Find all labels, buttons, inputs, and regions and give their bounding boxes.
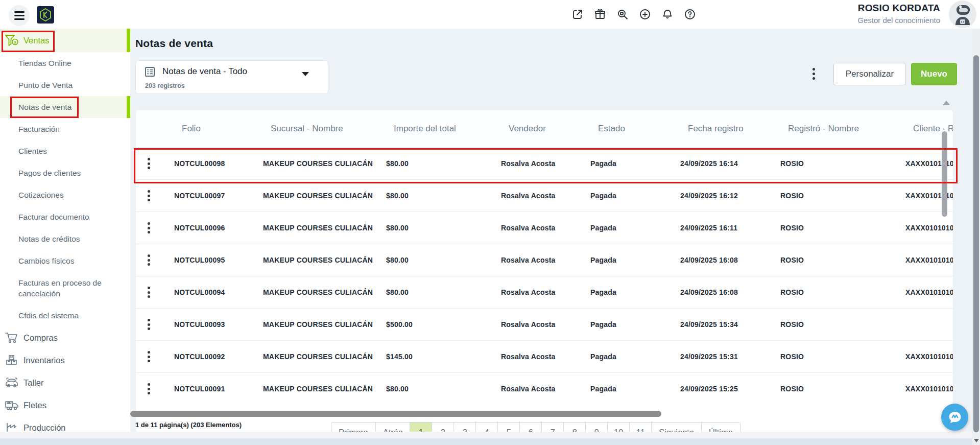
sidebar-item-cfdis-del-sistema[interactable]: Cfdis del sistema (0, 305, 130, 326)
column-header-folio[interactable]: Folio (174, 124, 263, 134)
column-header-importe-del-total[interactable]: Importe del total (386, 124, 501, 134)
cell-folio: NOTCUL00098 (174, 159, 263, 168)
sidebar-item-pagos-de-clientes[interactable]: Pagos de clientes (0, 162, 130, 184)
cell-estado: Pagada (590, 288, 680, 296)
page-scrollbar-thumb[interactable] (973, 55, 979, 432)
notifications-icon (661, 8, 674, 20)
sidebar-item-fletes[interactable]: Fletes (0, 394, 130, 416)
column-header-estado[interactable]: Estado (590, 124, 680, 134)
notifications-button[interactable] (661, 8, 674, 21)
external-link-button[interactable] (571, 8, 584, 21)
row-kebab-menu-icon[interactable] (142, 287, 155, 298)
add-icon (639, 8, 651, 20)
sidebar-item-facturacion[interactable]: Facturación (0, 118, 130, 140)
row-kebab-menu-icon[interactable] (142, 254, 155, 266)
table-row-notcul00094[interactable]: NOTCUL00094MAKEUP COURSES CULIACÁN$80.00… (136, 276, 953, 308)
sidebar-item-cotizaciones[interactable]: Cotizaciones (0, 184, 130, 206)
sidebar-item-clientes[interactable]: Clientes (0, 140, 130, 162)
sidebar-item-label: Tiendas Online (18, 58, 71, 68)
cell-estado: Pagada (590, 320, 680, 329)
sidebar-item-tiendas-online[interactable]: Tiendas Online (0, 52, 130, 74)
help-button[interactable] (683, 8, 697, 21)
add-button[interactable] (638, 8, 652, 21)
cell-estado: Pagada (590, 353, 680, 361)
cell-sucursal: MAKEUP COURSES CULIACÁN (263, 192, 386, 200)
top-bar: ROSIO KORDATA Gestor del conocimiento (0, 0, 980, 29)
row-kebab-menu-icon[interactable] (142, 383, 155, 394)
cell-registro: ROSIO (780, 353, 905, 361)
row-kebab-menu-icon[interactable] (142, 351, 155, 362)
sidebar-item-cambios-fisicos[interactable]: Cambios físicos (0, 250, 130, 272)
cell-registro: ROSIO (780, 320, 905, 329)
search-icon (616, 8, 629, 20)
cell-sucursal: MAKEUP COURSES CULIACÁN (263, 320, 386, 329)
sidebar-item-produccion[interactable]: Producción (0, 416, 130, 432)
factory-icon (4, 421, 19, 432)
user-info[interactable]: ROSIO KORDATA Gestor del conocimiento (857, 3, 940, 25)
column-header-fecha-registro[interactable]: Fecha registro (680, 124, 780, 134)
table-row-notcul00096[interactable]: NOTCUL00096MAKEUP COURSES CULIACÁN$80.00… (136, 212, 953, 244)
avatar[interactable] (949, 1, 976, 28)
sidebar-item-notas-de-creditos[interactable]: Notas de créditos (0, 228, 130, 250)
sidebar-item-taller[interactable]: Taller (0, 371, 130, 394)
sidebar-item-label: Facturación (18, 124, 60, 134)
table-row-notcul00095[interactable]: NOTCUL00095MAKEUP COURSES CULIACÁN$80.00… (136, 244, 953, 276)
table-scroll-up-icon[interactable] (943, 101, 950, 105)
table-row-notcul00097[interactable]: NOTCUL00097MAKEUP COURSES CULIACÁN$80.00… (136, 179, 953, 212)
bottom-strip (0, 432, 980, 438)
row-kebab-menu-icon[interactable] (142, 158, 155, 169)
table-scrollbar-thumb[interactable] (942, 131, 947, 217)
table-row-notcul00091[interactable]: NOTCUL00091MAKEUP COURSES CULIACÁN$80.00… (136, 372, 953, 405)
table-header-row: FolioSucursal - NombreImporte del totalV… (136, 110, 953, 147)
page-scroll-down-icon[interactable] (974, 439, 979, 442)
sidebar-item-label: Notas de venta (18, 102, 71, 112)
sidebar-item-punto-de-venta[interactable]: Punto de Venta (0, 74, 130, 96)
view-selector-dropdown[interactable]: Notas de venta - Todo 203 registros (135, 60, 328, 94)
cell-registro: ROSIO (780, 192, 905, 200)
sidebar-item-inventarios[interactable]: Inventarios (0, 349, 130, 371)
hamburger-menu-button[interactable] (9, 5, 30, 26)
cell-importe: $80.00 (386, 192, 501, 200)
sidebar-item-facturas-en-proceso-de-cancelacion[interactable]: Facturas en proceso de cancelación (0, 272, 130, 305)
cell-vendedor: Rosalva Acosta (501, 192, 590, 200)
cell-registro: ROSIO (780, 288, 905, 296)
cart-icon (5, 332, 18, 344)
cell-estado: Pagada (590, 159, 680, 168)
personalize-button[interactable]: Personalizar (833, 63, 906, 85)
cell-estado: Pagada (590, 224, 680, 232)
table-row-notcul00098[interactable]: NOTCUL00098MAKEUP COURSES CULIACÁN$80.00… (136, 147, 953, 179)
page-title: Notas de venta (135, 37, 213, 50)
cell-registro: ROSIO (780, 256, 905, 264)
kordata-logo[interactable] (37, 6, 54, 24)
sidebar-item-compras[interactable]: Compras (0, 326, 130, 349)
chat-widget-button[interactable] (941, 404, 968, 431)
sidebar-item-label: Pagos de clientes (18, 168, 81, 178)
cell-folio: NOTCUL00092 (174, 353, 263, 361)
new-button[interactable]: Nuevo (911, 63, 957, 85)
table-row-notcul00092[interactable]: NOTCUL00092MAKEUP COURSES CULIACÁN$145.0… (136, 340, 953, 372)
gift-button[interactable] (593, 8, 607, 21)
sidebar-item-label: Clientes (18, 146, 47, 156)
cell-importe: $80.00 (386, 385, 501, 393)
cell-cliente: XAXX0101010 (905, 353, 953, 361)
column-header-vendedor[interactable]: Vendedor (501, 124, 590, 134)
row-kebab-menu-icon[interactable] (142, 190, 155, 201)
external-link-icon (571, 8, 584, 20)
row-kebab-menu-icon[interactable] (142, 319, 155, 330)
cell-folio: NOTCUL00091 (174, 385, 263, 393)
truck-icon (4, 399, 19, 411)
sidebar-item-ventas[interactable]: $Ventas (0, 29, 130, 52)
svg-text:$: $ (14, 40, 16, 44)
page-scrollbar[interactable] (972, 29, 980, 445)
sidebar-item-notas-de-venta[interactable]: Notas de venta (0, 96, 130, 118)
column-header-sucursal-nombre[interactable]: Sucursal - Nombre (263, 124, 386, 134)
kebab-menu-button[interactable] (807, 63, 820, 84)
horizontal-scrollbar-thumb[interactable] (130, 411, 661, 417)
topbar-icon-group (571, 0, 697, 29)
sidebar-item-facturar-documento[interactable]: Facturar documento (0, 206, 130, 228)
cell-importe: $80.00 (386, 159, 501, 168)
table-row-notcul00093[interactable]: NOTCUL00093MAKEUP COURSES CULIACÁN$500.0… (136, 308, 953, 340)
search-button[interactable] (616, 8, 629, 21)
row-kebab-menu-icon[interactable] (142, 222, 155, 233)
column-header-registro-nombre[interactable]: Registró - Nombre (780, 124, 905, 134)
